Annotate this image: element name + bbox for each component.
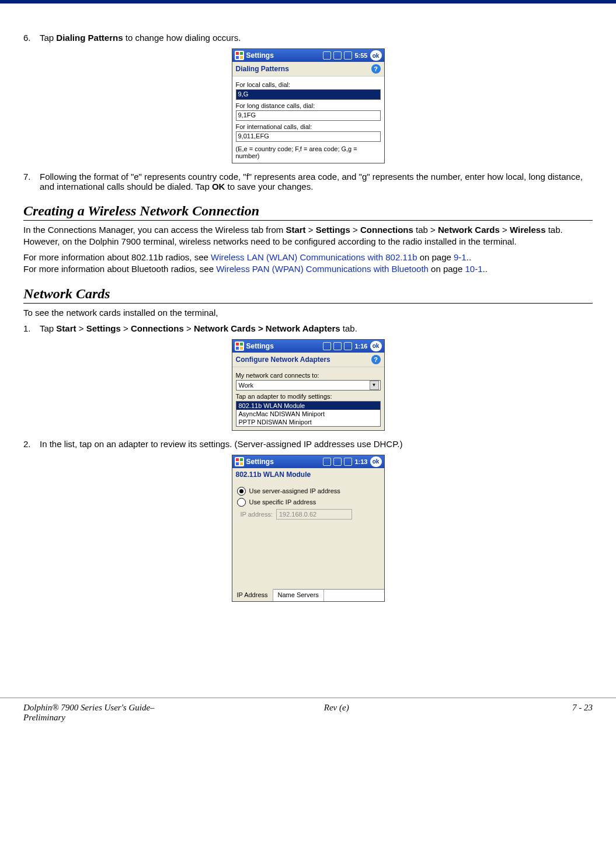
step-6-text: Tap Dialing Patterns to change how diali… xyxy=(40,33,593,43)
list-item[interactable]: 802.11b WLAN Module xyxy=(236,402,380,410)
tab-bar: IP Address Name Servers xyxy=(232,589,384,601)
start-flag-icon[interactable] xyxy=(235,51,244,60)
step-7-text: Following the format of "e" represents c… xyxy=(40,172,593,191)
window-title: Settings xyxy=(246,342,323,350)
volume-icon[interactable] xyxy=(344,342,352,350)
help-icon[interactable]: ? xyxy=(371,355,381,364)
step-6-num: 6. xyxy=(23,33,40,43)
window-title: Settings xyxy=(246,51,323,60)
heading-wireless-connection: Creating a Wireless Network Connection xyxy=(23,203,593,221)
connection-icon[interactable] xyxy=(333,51,342,60)
panel-title-row: Configure Network Adapters ? xyxy=(232,353,384,367)
page-footer: Dolphin® 7900 Series User's Guide– Preli… xyxy=(0,698,616,728)
system-tray: 1:16 xyxy=(323,342,367,350)
panel-title: Dialing Patterns xyxy=(236,65,289,73)
hint-text: (E,e = country code; F,f = area code; G,… xyxy=(236,145,381,159)
chevron-down-icon: ▼ xyxy=(370,381,379,390)
footer-rev: Rev (e) xyxy=(280,703,394,723)
volume-icon[interactable] xyxy=(344,51,352,60)
label-local: For local calls, dial: xyxy=(236,81,381,88)
para-wireless-intro: In the Connections Manager, you can acce… xyxy=(23,224,593,247)
list-item[interactable]: AsyncMac NDISWAN Miniport xyxy=(236,410,380,418)
clock: 1:16 xyxy=(354,343,367,350)
system-tray: 1:13 xyxy=(323,458,367,466)
screenshot-network-adapters: Settings 1:16 ok Configure Network Adapt… xyxy=(232,339,385,431)
connection-icon[interactable] xyxy=(333,342,342,350)
para-more-info: For more information about 802.11b radio… xyxy=(23,252,593,274)
panel-title: Configure Network Adapters xyxy=(236,355,330,364)
battery-icon[interactable] xyxy=(323,458,331,466)
battery-icon[interactable] xyxy=(323,342,331,350)
footer-subtitle: Preliminary xyxy=(23,713,65,722)
label-connects-to: My network card connects to: xyxy=(236,372,381,379)
window-title: Settings xyxy=(246,458,323,466)
ip-input[interactable]: 192.168.0.62 xyxy=(276,509,352,520)
input-local[interactable]: 9,G xyxy=(236,89,381,100)
titlebar: Settings 1:13 ok xyxy=(232,455,384,468)
input-intl[interactable]: 9,011,EFG xyxy=(236,131,381,142)
screenshot-dialing-patterns: Settings 5:55 ok Dialing Patterns ? For … xyxy=(232,48,385,163)
nc-step-1: 1. Tap Start > Settings > Connections > … xyxy=(23,323,593,333)
volume-icon[interactable] xyxy=(344,458,352,466)
tab-name-servers[interactable]: Name Servers xyxy=(273,590,324,601)
nc-step-1-num: 1. xyxy=(23,323,40,333)
link-wpan[interactable]: Wireless PAN (WPAN) Communications with … xyxy=(216,264,429,274)
panel-title-row: Dialing Patterns ? xyxy=(232,62,384,76)
list-item[interactable]: PPTP NDISWAN Miniport xyxy=(236,418,380,426)
heading-network-cards: Network Cards xyxy=(23,286,593,304)
start-flag-icon[interactable] xyxy=(235,341,244,351)
nc-step-2: 2. In the list, tap on an adapter to rev… xyxy=(23,439,593,449)
radio-icon xyxy=(237,498,246,507)
nc-step-2-text: In the list, tap on an adapter to review… xyxy=(40,439,593,449)
label-intl: For international calls, dial: xyxy=(236,123,381,130)
nc-step-1-text: Tap Start > Settings > Connections > Net… xyxy=(40,323,593,333)
system-tray: 5:55 xyxy=(323,51,367,60)
help-icon[interactable]: ? xyxy=(371,64,381,74)
label-long: For long distance calls, dial: xyxy=(236,102,381,109)
titlebar: Settings 1:16 ok xyxy=(232,340,384,353)
tab-ip-address[interactable]: IP Address xyxy=(232,588,273,601)
radio-icon xyxy=(237,487,246,496)
radio-server-ip[interactable]: Use server-assigned IP address xyxy=(237,487,380,496)
step-6: 6. Tap Dialing Patterns to change how di… xyxy=(23,33,593,43)
ip-address-row: IP address: 192.168.0.62 xyxy=(241,509,380,520)
start-flag-icon[interactable] xyxy=(235,457,244,466)
clock: 5:55 xyxy=(354,52,367,59)
footer-title: Dolphin® 7900 Series User's Guide– xyxy=(23,703,155,712)
ok-button[interactable]: ok xyxy=(370,341,382,351)
dropdown-connects-to[interactable]: Work ▼ xyxy=(236,380,381,391)
radio-specific-ip[interactable]: Use specific IP address xyxy=(237,498,380,507)
screenshot-wlan-module: Settings 1:13 ok 802.11b WLAN Module Use… xyxy=(232,455,385,602)
link-page-9-1[interactable]: 9-1 xyxy=(454,252,467,262)
nc-step-2-num: 2. xyxy=(23,439,40,449)
signal-icon[interactable] xyxy=(323,51,331,60)
ip-label: IP address: xyxy=(241,511,273,518)
adapter-list[interactable]: 802.11b WLAN Module AsyncMac NDISWAN Min… xyxy=(236,401,381,427)
ok-button[interactable]: ok xyxy=(370,456,382,467)
para-network-cards-intro: To see the network cards installed on th… xyxy=(23,307,593,319)
link-wlan[interactable]: Wireless LAN (WLAN) Communications with … xyxy=(211,252,417,262)
label-adapter: Tap an adapter to modify settings: xyxy=(236,393,381,400)
panel-title-row: 802.11b WLAN Module xyxy=(232,468,384,481)
step-7-num: 7. xyxy=(23,172,40,191)
input-long[interactable]: 9,1FG xyxy=(236,110,381,121)
clock: 1:13 xyxy=(354,458,367,465)
footer-page: 7 - 23 xyxy=(394,703,593,723)
titlebar: Settings 5:55 ok xyxy=(232,49,384,62)
connection-icon[interactable] xyxy=(333,458,342,466)
panel-title: 802.11b WLAN Module xyxy=(236,470,311,479)
step-7: 7. Following the format of "e" represent… xyxy=(23,172,593,191)
ok-button[interactable]: ok xyxy=(370,50,382,61)
link-page-10-1[interactable]: 10-1 xyxy=(465,264,482,274)
